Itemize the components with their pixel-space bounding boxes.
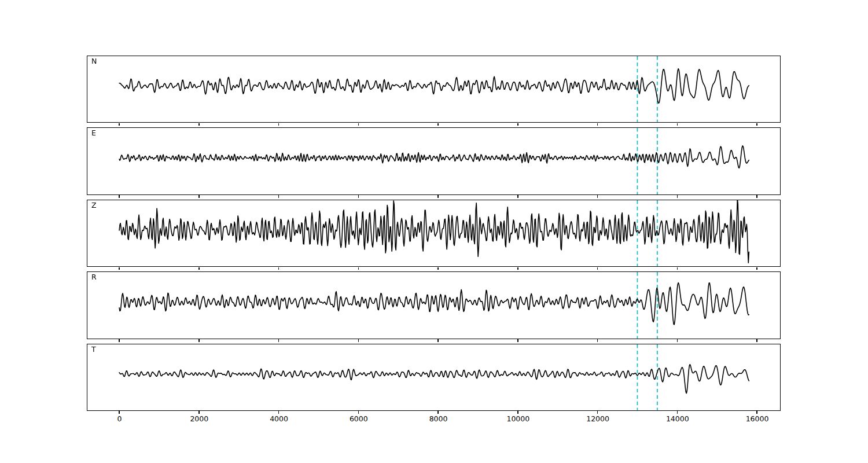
x-axis-tick-mark xyxy=(597,123,598,126)
waveform-trace xyxy=(87,128,780,194)
x-axis-tick-mark xyxy=(677,123,678,126)
x-axis-tick-mark xyxy=(198,123,199,126)
x-axis-tick-mark xyxy=(119,123,119,126)
x-axis: 0200040006000800010000120001400016000 xyxy=(0,414,868,426)
x-axis-tick-mark xyxy=(437,195,438,198)
x-axis-tick-mark xyxy=(198,411,199,414)
x-axis-tick-mark xyxy=(278,267,279,270)
waveform-trace xyxy=(87,200,780,266)
x-axis-tick-mark xyxy=(597,411,598,414)
x-axis-tick-mark xyxy=(517,339,518,342)
x-axis-tick-mark xyxy=(358,195,359,198)
x-axis-tick-mark xyxy=(119,339,119,342)
x-axis-tick-mark xyxy=(756,123,757,126)
panel-label: R xyxy=(91,274,97,281)
x-axis-tick-label: 14000 xyxy=(666,414,689,423)
x-axis-tick-mark xyxy=(597,339,598,342)
x-axis-tick-mark xyxy=(278,339,279,342)
x-axis-tick-label: 0 xyxy=(117,414,122,423)
x-axis-tick-mark xyxy=(278,195,279,198)
x-axis-tick-mark xyxy=(437,267,438,270)
waveform-panel-r: R xyxy=(87,271,781,339)
x-axis-tick-mark xyxy=(198,267,199,270)
waveform-panel-e: E xyxy=(87,127,781,194)
x-axis-tick-label: 16000 xyxy=(746,414,769,423)
x-axis-tick-mark xyxy=(198,195,199,198)
x-axis-tick-label: 8000 xyxy=(429,414,448,423)
x-axis-tick-mark xyxy=(198,339,199,342)
x-axis-tick-mark xyxy=(517,195,518,198)
x-axis-tick-mark xyxy=(278,411,279,414)
x-axis-tick-mark xyxy=(517,267,518,270)
waveform-panel-t: T xyxy=(87,344,781,411)
x-axis-tick-mark xyxy=(677,339,678,342)
waveform-panel-z: Z xyxy=(87,200,781,267)
x-axis-tick-mark xyxy=(517,411,518,414)
panel-label: E xyxy=(91,130,96,137)
x-axis-tick-mark xyxy=(358,339,359,342)
x-axis-tick-mark xyxy=(756,267,757,270)
panel-label: N xyxy=(91,58,97,65)
x-axis-tick-label: 4000 xyxy=(270,414,288,423)
x-axis-tick-mark xyxy=(119,195,119,198)
panel-label: Z xyxy=(91,202,97,210)
x-axis-tick-mark xyxy=(756,195,757,198)
x-axis-tick-label: 2000 xyxy=(190,414,208,423)
panel-label: T xyxy=(91,346,96,354)
x-axis-tick-mark xyxy=(597,267,598,270)
x-axis-tick-mark xyxy=(756,411,757,414)
x-axis-tick-mark xyxy=(119,411,119,414)
x-axis-tick-mark xyxy=(358,267,359,270)
waveform-trace xyxy=(87,272,780,338)
x-axis-tick-mark xyxy=(358,123,359,126)
x-axis-tick-mark xyxy=(677,195,678,198)
x-axis-tick-mark xyxy=(119,267,119,270)
waveform-trace xyxy=(87,344,780,410)
x-axis-tick-mark xyxy=(677,411,678,414)
x-axis-tick-mark xyxy=(677,267,678,270)
x-axis-tick-mark xyxy=(597,195,598,198)
x-axis-tick-mark xyxy=(756,339,757,342)
x-axis-tick-label: 10000 xyxy=(506,414,529,423)
x-axis-tick-label: 6000 xyxy=(350,414,368,423)
x-axis-tick-mark xyxy=(517,123,518,126)
seismogram-figure: N E Z R T 020004000600080001000012000140… xyxy=(0,0,868,463)
waveform-panel-n: N xyxy=(87,56,781,123)
x-axis-tick-mark xyxy=(437,411,438,414)
x-axis-tick-mark xyxy=(437,339,438,342)
waveform-trace xyxy=(87,56,780,122)
x-axis-tick-mark xyxy=(358,411,359,414)
x-axis-tick-mark xyxy=(437,123,438,126)
x-axis-tick-label: 12000 xyxy=(586,414,609,423)
x-axis-tick-mark xyxy=(278,123,279,126)
